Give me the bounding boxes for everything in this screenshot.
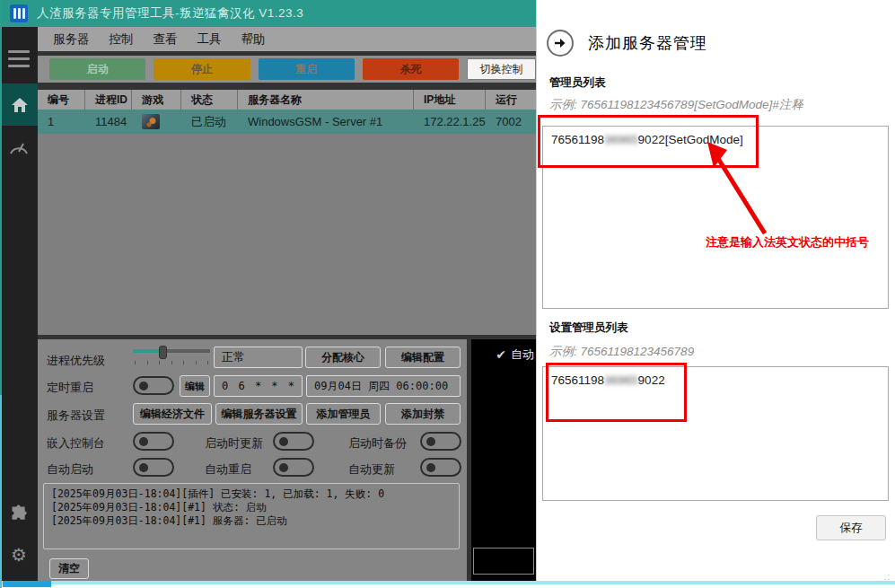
menu-server[interactable]: 服务器: [43, 31, 100, 48]
auto-update-label: 自动更新: [348, 461, 395, 478]
edit-economy-button[interactable]: 编辑经济文件: [133, 403, 212, 425]
cell-server-name: WindowsGSM - Server #1: [238, 115, 414, 128]
sidebar-item-plugins[interactable]: [0, 496, 38, 531]
sidebar-item-settings[interactable]: ⚙: [0, 535, 38, 575]
col-server-name[interactable]: 服务器名称: [238, 90, 414, 110]
table-empty-area: [38, 134, 536, 335]
set-admin-value-prefix: 76561198: [551, 373, 604, 387]
update-on-start-toggle[interactable]: [273, 432, 314, 451]
drawer-title: 添加服务器管理: [588, 32, 707, 54]
log-line: [2025年09月03日-18:04][#1] 状态: 启动: [51, 501, 452, 514]
start-button[interactable]: 启动: [49, 58, 145, 80]
col-game[interactable]: 游戏: [132, 90, 181, 110]
hamburger-menu-icon[interactable]: [0, 40, 38, 76]
log-line: [2025年09月03日-18:04][#1] 服务器: 已启动: [51, 514, 452, 528]
toggle-console-button[interactable]: 切换控制: [467, 58, 536, 80]
admin-value-suffix: 9022[SetGodMode]: [638, 133, 743, 146]
priority-value-field[interactable]: 正常: [214, 347, 303, 368]
cell-status: 已启动: [181, 114, 238, 130]
save-button[interactable]: 保存: [816, 515, 886, 540]
clear-log-button[interactable]: 清空: [49, 558, 89, 579]
kill-button[interactable]: 杀死: [363, 58, 459, 80]
next-restart-field[interactable]: 09月04日 周四 06:00:00: [306, 375, 461, 397]
scum-game-icon: [142, 114, 160, 129]
col-pid[interactable]: 进程ID: [85, 90, 132, 110]
admin-list-label: 管理员列表: [549, 75, 606, 91]
embed-console-toggle[interactable]: [133, 432, 174, 451]
edit-server-settings-button[interactable]: 编辑服务器设置: [215, 403, 303, 425]
cell-no: 1: [38, 115, 85, 128]
sidebar: ⚙: [0, 27, 38, 582]
admin-value-prefix: 76561198: [551, 133, 604, 146]
set-admin-value-redacted: 36965: [604, 373, 638, 387]
puzzle-icon: [10, 505, 28, 522]
set-admin-list-example: 示例: 76561198123456789: [549, 344, 694, 360]
add-ban-button[interactable]: 添加封禁: [385, 403, 461, 425]
edit-config-button[interactable]: 编辑配置: [385, 347, 461, 368]
admin-list-textarea[interactable]: 76561198369659022[SetGodMode]: [542, 126, 889, 309]
table-row-server-1[interactable]: 1 11484 已启动 WindowsGSM - Server #1 172.2…: [38, 110, 536, 134]
menu-tools[interactable]: 工具: [188, 31, 232, 48]
server-toolbar: 启动 停止 重启 杀死 切换控制: [38, 56, 536, 83]
sidebar-item-monitor[interactable]: [0, 127, 38, 167]
app-window: 人渣服务器专用管理工具-叛逆猛禽汉化 V1.23.3 ⚙ 服务器 控制 查看: [0, 0, 895, 588]
cron-field[interactable]: 0 6 * * *: [214, 375, 303, 397]
slider-thumb[interactable]: [159, 346, 167, 359]
col-ip[interactable]: IP地址: [414, 90, 486, 110]
checkmark-icon: ✔: [496, 347, 506, 362]
log-line: [2025年09月03日-18:04][插件] 已安装: 1, 已加载: 1, …: [51, 487, 452, 501]
auto-update-toggle[interactable]: [420, 458, 461, 477]
sidebar-item-home[interactable]: [0, 83, 38, 126]
gauge-icon: [9, 139, 29, 155]
embed-console-label: 嵌入控制台: [47, 435, 105, 452]
window-border-left-lower: [0, 395, 2, 588]
window-border-bottom: [0, 581, 895, 588]
admin-value-redacted: 36965: [604, 133, 638, 146]
game-console: ✔ 自动: [471, 339, 536, 582]
set-admin-list-label: 设置管理员列表: [549, 320, 628, 336]
col-status[interactable]: 状态: [181, 90, 238, 110]
backup-on-start-label: 启动时备份: [348, 435, 407, 452]
menu-help[interactable]: 帮助: [232, 31, 276, 48]
event-log: [2025年09月03日-18:04][插件] 已安装: 1, 已加载: 1, …: [43, 483, 460, 549]
console-input[interactable]: [473, 548, 534, 575]
set-admin-value-suffix: 9022: [638, 373, 665, 387]
restart-button[interactable]: 重启: [259, 58, 355, 80]
annotation-note: 注意是输入法英文状态的中括号: [706, 234, 869, 250]
set-admin-list-textarea[interactable]: 76561198369659022: [542, 366, 889, 501]
app-logo-icon: [10, 4, 28, 22]
schedule-toggle[interactable]: [133, 376, 174, 395]
auto-start-toggle[interactable]: [133, 458, 174, 477]
assign-cores-button[interactable]: 分配核心: [305, 347, 381, 368]
home-icon: [11, 97, 29, 113]
priority-label: 进程优先级: [47, 353, 105, 369]
window-title: 人渣服务器专用管理工具-叛逆猛禽汉化 V1.23.3: [37, 5, 303, 22]
admin-list-example: 示例: 76561198123456789[SetGodMode]#注释: [549, 97, 803, 113]
menu-view[interactable]: 查看: [144, 31, 188, 48]
add-server-admin-drawer: 添加服务器管理 管理员列表 示例: 76561198123456789[SetG…: [536, 0, 895, 588]
priority-slider[interactable]: [133, 346, 210, 364]
server-settings-label: 服务器设置: [47, 408, 105, 424]
add-admin-button[interactable]: 添加管理员: [306, 403, 381, 425]
arrow-right-icon: [553, 36, 567, 50]
edit-schedule-button[interactable]: 编辑: [180, 375, 210, 397]
stop-button[interactable]: 停止: [154, 58, 250, 80]
backup-on-start-toggle[interactable]: [420, 432, 461, 451]
window-border-left: [0, 0, 2, 395]
autoscroll-label: 自动: [511, 347, 534, 363]
autoscroll-checkbox[interactable]: ✔ 自动: [496, 347, 534, 363]
col-no[interactable]: 编号: [38, 90, 85, 110]
col-runtime[interactable]: 运行: [486, 90, 536, 110]
server-control-panel: 进程优先级 正常 分配核心 编辑配置 定时重启 编辑 0 6 * * * 09月…: [38, 339, 467, 582]
gear-icon: ⚙: [11, 544, 27, 566]
update-on-start-label: 启动时更新: [205, 435, 263, 452]
cell-port: 7002: [486, 115, 536, 128]
auto-start-label: 自动启动: [47, 461, 93, 478]
menu-bar: 服务器 控制 查看 工具 帮助: [38, 27, 536, 51]
cell-ip: 172.22.1.25: [414, 115, 486, 128]
server-table-header: 编号 进程ID 游戏 状态 服务器名称 IP地址 运行: [38, 90, 536, 110]
auto-restart-toggle[interactable]: [273, 458, 314, 477]
schedule-label: 定时重启: [47, 380, 93, 396]
collapse-drawer-button[interactable]: [547, 30, 574, 57]
menu-control[interactable]: 控制: [100, 31, 144, 48]
